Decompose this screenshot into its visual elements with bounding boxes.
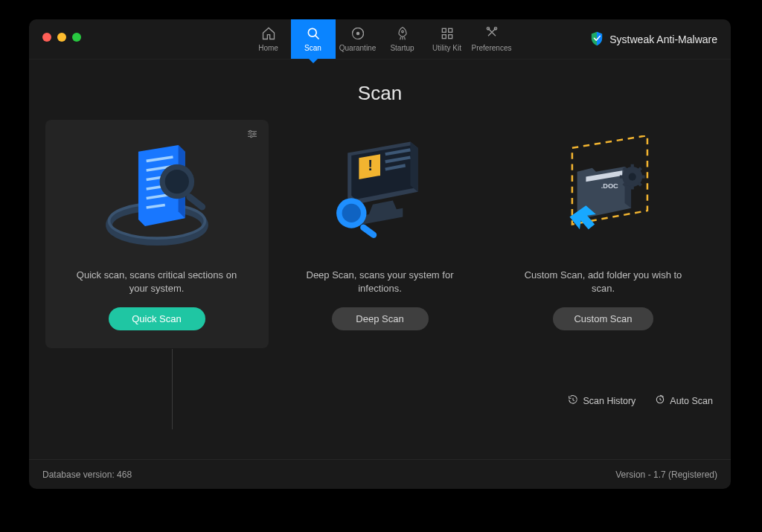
svg-point-26 — [164, 170, 188, 193]
svg-point-33 — [342, 204, 360, 222]
brand: Systweak Anti-Malware — [590, 19, 717, 60]
custom-scan-button[interactable]: Custom Scan — [553, 307, 653, 330]
brand-name: Systweak Anti-Malware — [609, 33, 717, 45]
svg-line-42 — [623, 168, 625, 170]
svg-line-44 — [638, 168, 641, 170]
app-window: Home Scan Quarantine Startup — [29, 19, 731, 489]
svg-rect-5 — [442, 28, 446, 32]
top-nav: Home Scan Quarantine Startup — [29, 19, 731, 60]
nav-preferences[interactable]: Preferences — [470, 19, 514, 59]
nav-preferences-label: Preferences — [472, 44, 512, 52]
scan-history-label: Scan History — [583, 396, 635, 406]
biohazard-icon — [350, 26, 365, 41]
quick-scan-button[interactable]: Quick Scan — [109, 307, 205, 330]
deep-scan-desc: Deep Scan, scans your system for infecti… — [291, 269, 470, 295]
page-title: Scan — [29, 82, 731, 105]
auto-scan-label: Auto Scan — [670, 396, 713, 406]
svg-rect-6 — [448, 28, 452, 32]
svg-rect-8 — [448, 35, 452, 39]
deep-scan-illustration: ! — [313, 132, 447, 258]
svg-rect-7 — [442, 35, 446, 39]
quick-scan-illustration — [90, 132, 224, 258]
svg-line-43 — [638, 183, 641, 185]
window-controls — [42, 33, 81, 42]
svg-text:.DOC: .DOC — [601, 182, 618, 190]
quick-scan-desc: Quick scan, scans critical sections on y… — [68, 269, 246, 295]
home-icon — [261, 26, 276, 41]
nav-utility-label: Utility Kit — [432, 44, 461, 52]
rocket-icon — [395, 26, 410, 41]
app-version: Version - 1.7 (Registered) — [615, 469, 717, 480]
vertical-divider — [172, 349, 173, 429]
nav-utility[interactable]: Utility Kit — [425, 19, 470, 59]
main-area: Scan — [29, 60, 731, 459]
auto-scan-link[interactable]: Auto Scan — [655, 394, 713, 407]
scan-cards: Quick scan, scans critical sections on y… — [29, 120, 731, 348]
auto-scan-icon — [655, 394, 665, 407]
svg-point-14 — [249, 130, 252, 132]
svg-point-15 — [253, 133, 255, 135]
quick-scan-settings-icon[interactable] — [246, 129, 258, 142]
nav-quarantine[interactable]: Quarantine — [336, 19, 380, 59]
svg-line-45 — [623, 183, 625, 185]
custom-scan-desc: Custom Scan, add folder you wish to scan… — [514, 269, 693, 295]
custom-scan-illustration: .DOC — [537, 132, 670, 258]
svg-line-1 — [315, 36, 318, 39]
minimize-window-button[interactable] — [57, 33, 66, 42]
deep-scan-card[interactable]: ! — [269, 120, 492, 348]
nav-items: Home Scan Quarantine Startup — [246, 19, 514, 59]
nav-home-label: Home — [258, 44, 278, 52]
svg-text:!: ! — [368, 157, 373, 173]
svg-point-3 — [356, 32, 359, 34]
close-window-button[interactable] — [42, 33, 51, 42]
grid-icon — [440, 26, 455, 41]
quick-scan-card[interactable]: Quick scan, scans critical sections on y… — [45, 120, 269, 348]
lower-links: Scan History Auto Scan — [568, 394, 713, 407]
nav-quarantine-label: Quarantine — [339, 44, 376, 52]
nav-startup-label: Startup — [390, 44, 414, 52]
nav-home[interactable]: Home — [246, 19, 291, 59]
svg-point-4 — [401, 31, 403, 33]
history-icon — [568, 394, 578, 407]
shield-icon — [590, 31, 603, 48]
search-icon — [306, 26, 321, 41]
footer: Database version: 468 Version - 1.7 (Reg… — [29, 459, 731, 489]
svg-point-16 — [250, 135, 252, 138]
database-version: Database version: 468 — [42, 469, 132, 480]
custom-scan-card[interactable]: .DOC — [492, 120, 715, 348]
deep-scan-button[interactable]: Deep Scan — [332, 307, 429, 330]
scan-history-link[interactable]: Scan History — [568, 394, 635, 407]
svg-rect-34 — [359, 223, 377, 240]
maximize-window-button[interactable] — [72, 33, 81, 42]
svg-point-0 — [308, 28, 316, 36]
tools-icon — [484, 26, 499, 41]
nav-scan-label: Scan — [304, 44, 321, 52]
nav-scan[interactable]: Scan — [291, 19, 336, 59]
nav-startup[interactable]: Startup — [380, 19, 425, 59]
svg-point-37 — [628, 173, 635, 181]
